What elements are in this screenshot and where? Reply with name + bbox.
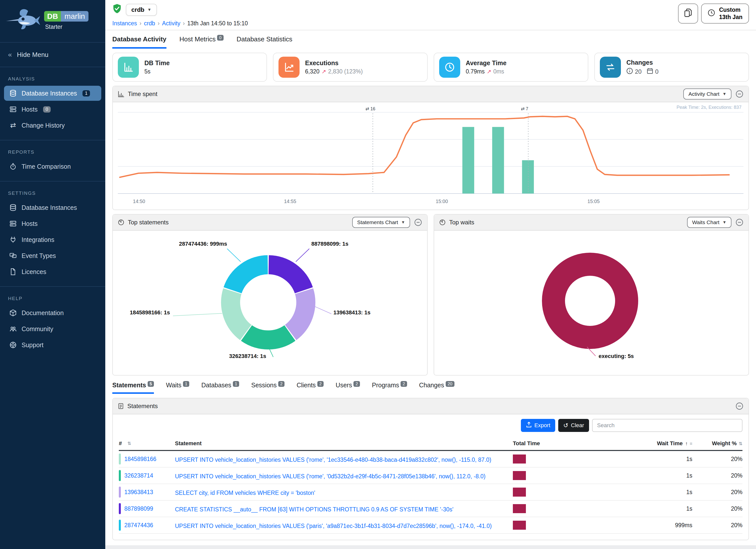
tab-programs[interactable]: Programs2: [372, 382, 407, 394]
section-title: ANALYSIS: [0, 72, 105, 85]
count-badge: 2: [317, 381, 324, 387]
top-statements-chart[interactable]: 287474436: 999ms 887898099: 1s 184589816…: [113, 231, 427, 375]
sidebar-item-community[interactable]: Community: [4, 321, 101, 336]
collapse-panel-icon[interactable]: [735, 402, 743, 410]
logo-marlin-badge: marlin: [61, 11, 88, 22]
people-icon: [9, 325, 17, 333]
sidebar-item-licences[interactable]: Licences: [4, 264, 101, 279]
tab-sessions[interactable]: Sessions2: [251, 382, 285, 394]
export-icon: [526, 422, 532, 429]
tab-changes[interactable]: Changes20: [419, 382, 454, 394]
statement-id-link[interactable]: 326238714: [124, 472, 153, 479]
sort-icon[interactable]: ⇅: [127, 441, 131, 446]
kpi-executions: Executions 6,320 ↗ 2,830 (123%): [273, 53, 428, 82]
table-row: 139638413 SELECT city, id FROM vehicles …: [119, 484, 742, 501]
sidebar-item-database-instances[interactable]: Database Instances 1: [4, 86, 101, 101]
copy-link-button[interactable]: [678, 4, 698, 24]
collapse-panel-icon[interactable]: [735, 90, 743, 98]
hide-menu-button[interactable]: « Hide Menu: [0, 43, 105, 67]
waits-chart-selector[interactable]: Waits Chart▼: [687, 217, 731, 228]
package-icon: [9, 309, 17, 317]
info-circle-icon: [626, 68, 633, 76]
waits-donut-svg[interactable]: [540, 251, 640, 351]
sidebar-item-settings-hosts[interactable]: Hosts: [4, 216, 101, 231]
sidebar-item-time-comparison[interactable]: Time Comparison: [4, 159, 101, 174]
statement-id-link[interactable]: 887898099: [124, 505, 153, 512]
chart-bars-icon: [118, 91, 124, 97]
donut-label-1845898166: 1845898166: 1s: [113, 309, 170, 316]
export-button[interactable]: Export: [521, 419, 555, 432]
activity-chart-selector[interactable]: Activity Chart▼: [683, 88, 731, 100]
section-title: HELP: [0, 292, 105, 304]
clock-icon: [439, 57, 460, 78]
tab-database-activity[interactable]: Database Activity: [112, 35, 166, 49]
donut-label-139638413: 139638413: 1s: [333, 309, 370, 316]
sidebar-item-integrations[interactable]: Integrations: [4, 232, 101, 247]
breadcrumb: Instances›crdb›Activity›13th Jan 14:50 t…: [112, 20, 248, 27]
collapse-chevrons-icon: «: [8, 51, 12, 59]
server-icon: [9, 220, 17, 228]
statements-chart-selector[interactable]: Statements Chart▼: [352, 217, 410, 228]
tab-database-statistics[interactable]: Database Statistics: [237, 35, 293, 49]
sidebar: DB marlin Starter « Hide Menu ANALYSIS D…: [0, 0, 105, 549]
clear-button[interactable]: ↺ Clear: [558, 419, 589, 432]
lifebuoy-icon: [9, 341, 17, 349]
search-input[interactable]: [592, 419, 742, 432]
statement-id-link[interactable]: 287474436: [124, 522, 153, 529]
total-time-bar: [513, 504, 526, 513]
sort-up-icon[interactable]: ↑: [685, 441, 688, 446]
sidebar-item-support[interactable]: Support: [4, 337, 101, 352]
time-spent-chart[interactable]: ⇄ 16⇄ 714:5014:5515:0015:05Peak Time: 2s…: [113, 102, 748, 210]
sidebar-item-hosts[interactable]: Hosts 0: [4, 102, 101, 117]
sidebar-item-event-types[interactable]: Event Types: [4, 248, 101, 263]
swap-arrows-icon: ⇄: [9, 121, 17, 129]
sort-icon[interactable]: ⇅: [739, 441, 742, 446]
logo-db-badge: DB: [44, 11, 61, 22]
detail-tabs: Statements5 Waits1 Databases1 Sessions2 …: [105, 376, 756, 394]
count-badge: 2: [278, 381, 285, 387]
tab-statements[interactable]: Statements5: [112, 382, 154, 394]
tab-waits[interactable]: Waits1: [166, 382, 189, 394]
donut-label-287474436: 287474436: 999ms: [131, 241, 227, 247]
main-tabs: Database Activity Host Metrics0 Database…: [105, 30, 756, 49]
count-badge: 5: [148, 381, 154, 387]
statements-panel: Statements Export ↺ Clear: [112, 398, 749, 540]
swap-arrows-icon: [600, 57, 621, 78]
instance-selector-button[interactable]: crdb ▼: [126, 4, 157, 16]
chevron-down-icon: ▼: [401, 220, 405, 225]
kpi-delta: 2,830 (123%): [328, 68, 363, 75]
sidebar-section-reports: REPORTS Time Comparison: [0, 140, 105, 178]
count-badge: 0: [217, 35, 223, 41]
statement-doc-icon: [118, 403, 124, 409]
statement-link[interactable]: UPSERT INTO vehicle_location_histories V…: [175, 473, 486, 480]
breadcrumb-crdb[interactable]: crdb: [144, 20, 155, 27]
sidebar-item-documentation[interactable]: Documentation: [4, 305, 101, 320]
tab-databases[interactable]: Databases1: [201, 382, 239, 394]
statement-link[interactable]: UPSERT INTO vehicle_location_histories V…: [175, 523, 492, 529]
collapse-panel-icon[interactable]: [735, 218, 743, 226]
collapse-panel-icon[interactable]: [414, 218, 422, 226]
statement-link[interactable]: SELECT city, id FROM vehicles WHERE city…: [175, 490, 315, 496]
database-icon: [9, 89, 17, 97]
sidebar-item-change-history[interactable]: ⇄ Change History: [4, 118, 101, 133]
top-waits-chart[interactable]: executing: 5s: [434, 231, 748, 375]
tab-clients[interactable]: Clients2: [297, 382, 324, 394]
sidebar-item-settings-database-instances[interactable]: Database Instances: [4, 200, 101, 215]
wait-time-value: 1s: [608, 472, 692, 479]
breadcrumb-instances[interactable]: Instances: [112, 20, 137, 27]
line-chart-icon: [278, 57, 300, 78]
statement-link[interactable]: UPSERT INTO vehicle_location_histories V…: [175, 456, 491, 463]
statement-id-link[interactable]: 1845898166: [124, 456, 156, 463]
time-range-button[interactable]: Custom 13th Jan: [701, 4, 749, 24]
time-spent-chart-svg[interactable]: ⇄ 16⇄ 714:5014:5515:0015:05Peak Time: 2s…: [118, 104, 743, 207]
breadcrumb-activity[interactable]: Activity: [162, 20, 180, 27]
table-row: 326238714 UPSERT INTO vehicle_location_h…: [119, 468, 742, 484]
bar-chart-icon: [118, 57, 139, 78]
statement-id-link[interactable]: 139638413: [124, 489, 153, 496]
tab-host-metrics[interactable]: Host Metrics0: [179, 35, 224, 49]
tab-users[interactable]: Users2: [336, 382, 360, 394]
statements-donut-svg[interactable]: [218, 252, 318, 352]
logo[interactable]: DB marlin Starter: [0, 0, 105, 42]
statement-link[interactable]: CREATE STATISTICS __auto__ FROM [63] WIT…: [175, 506, 453, 513]
screens-icon: [9, 252, 17, 260]
